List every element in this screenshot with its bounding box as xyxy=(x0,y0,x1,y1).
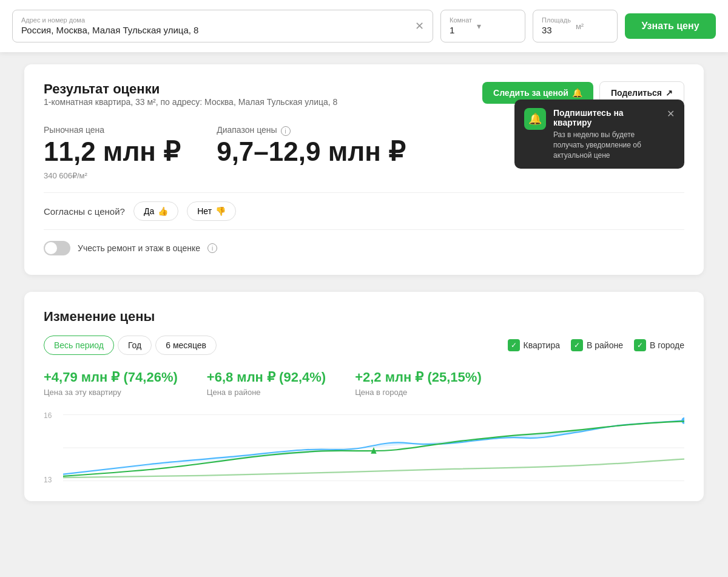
market-price-block: Рыночная цена 11,2 млн ₽ xyxy=(44,125,180,166)
disagree-label: Нет xyxy=(197,206,212,216)
search-bar: Адрес и номер дома Россия, Москва, Малая… xyxy=(0,0,728,52)
tooltip-close-icon[interactable]: ✕ xyxy=(667,108,675,120)
thumb-up-icon: 👍 xyxy=(158,206,168,216)
area-value: 33 xyxy=(542,25,552,35)
share-label: Поделиться xyxy=(611,88,662,98)
thumb-down-icon: 👎 xyxy=(215,206,226,216)
price-per-m2: 340 606₽/м² xyxy=(44,171,684,180)
area-label: Площадь xyxy=(542,16,571,24)
address-field[interactable]: Адрес и номер дома Россия, Москва, Малая… xyxy=(12,10,433,42)
disagree-button[interactable]: Нет 👎 xyxy=(187,201,236,221)
period-6months-button[interactable]: 6 месяцев xyxy=(155,336,217,355)
legend-district-label: В районе xyxy=(587,340,623,350)
period-all-label: Весь период xyxy=(54,340,104,350)
main-content: Результат оценки 1-комнатная квартира, 3… xyxy=(12,52,716,513)
price-range-value: 9,7–12,9 млн ₽ xyxy=(217,137,405,166)
bell-icon: 🔔 xyxy=(572,88,582,98)
follow-price-label: Следить за ценой xyxy=(493,88,568,98)
tooltip-bell-icon: 🔔 xyxy=(524,108,546,130)
legend-apartment: ✓ Квартира xyxy=(508,339,561,351)
clear-icon[interactable]: ✕ xyxy=(415,19,424,33)
area-suffix: м² xyxy=(576,22,584,31)
subscription-tooltip: 🔔 Подпишитесь на квартиру Раз в неделю в… xyxy=(514,100,684,169)
rooms-field[interactable]: Комнат 1 ▾ xyxy=(440,10,525,42)
tooltip-text: Подпишитесь на квартиру Раз в неделю вы … xyxy=(553,108,657,160)
result-card: Результат оценки 1-комнатная квартира, 3… xyxy=(24,64,704,275)
price-change-card: Изменение цены Весь период Год 6 месяцев… xyxy=(24,292,704,501)
renovation-toggle[interactable] xyxy=(44,241,70,255)
legend-city: ✓ В городе xyxy=(634,339,684,351)
period-year-button[interactable]: Год xyxy=(118,336,152,355)
chart-y-labels: 16 13 xyxy=(44,411,52,484)
legend-check-apartment[interactable]: ✓ xyxy=(508,339,520,351)
area-field[interactable]: Площадь 33 м² xyxy=(533,10,618,42)
agreement-label: Согласны с ценой? xyxy=(44,206,125,217)
price-chart: 16 13 xyxy=(44,411,684,484)
agree-label: Да xyxy=(144,206,154,216)
price-range-block: Диапазон цены i 9,7–12,9 млн ₽ xyxy=(217,125,405,166)
period-6months-label: 6 месяцев xyxy=(166,340,206,350)
result-title: Результат оценки xyxy=(44,81,337,97)
legend-city-label: В городе xyxy=(650,340,684,350)
stat-apartment-label: Цена за эту квартиру xyxy=(44,388,178,397)
market-price-value: 11,2 млн ₽ xyxy=(44,137,180,166)
stat-district-label: Цена в районе xyxy=(207,388,326,397)
stat-district-value: +6,8 млн ₽ (92,4%) xyxy=(207,369,326,385)
rooms-label: Комнат xyxy=(450,16,472,24)
legend-check-district[interactable]: ✓ xyxy=(571,339,583,351)
period-year-label: Год xyxy=(128,340,141,350)
agreement-row: Согласны с ценой? Да 👍 Нет 👎 xyxy=(44,192,684,229)
stat-city: +2,2 млн ₽ (25,15%) Цена в городе xyxy=(355,369,482,397)
stat-city-label: Цена в городе xyxy=(355,388,482,397)
share-icon: ↗ xyxy=(666,88,673,98)
result-subtitle: 1-комнатная квартира, 33 м², по адресу: … xyxy=(44,97,337,107)
toggle-label: Учесть ремонт и этаж в оценке xyxy=(78,243,200,253)
chart-y-label-top: 16 xyxy=(44,411,52,420)
stat-apartment-value: +4,79 млн ₽ (74,26%) xyxy=(44,369,178,385)
address-label: Адрес и номер дома xyxy=(21,16,198,24)
tooltip-desc: Раз в неделю вы будете получать уведомле… xyxy=(553,130,657,160)
tooltip-title: Подпишитесь на квартиру xyxy=(553,108,657,127)
stat-city-value: +2,2 млн ₽ (25,15%) xyxy=(355,369,482,385)
chart-svg-container xyxy=(63,411,684,484)
market-price-label: Рыночная цена xyxy=(44,125,180,135)
agree-button[interactable]: Да 👍 xyxy=(133,201,178,221)
chart-dot-apartment xyxy=(681,417,684,424)
price-range-label: Диапазон цены xyxy=(217,125,277,135)
period-all-button[interactable]: Весь период xyxy=(44,336,114,355)
chart-y-label-bottom: 13 xyxy=(44,476,52,484)
period-row: Весь период Год 6 месяцев ✓ Квартира ✓ В… xyxy=(44,336,684,355)
get-price-button[interactable]: Узнать цену xyxy=(625,13,716,39)
legend-district: ✓ В районе xyxy=(571,339,623,351)
renovation-toggle-row: Учесть ремонт и этаж в оценке i xyxy=(44,229,684,258)
address-value: Россия, Москва, Малая Тульская улица, 8 xyxy=(21,25,198,35)
legend-apartment-label: Квартира xyxy=(524,340,561,350)
toggle-info-icon[interactable]: i xyxy=(207,243,217,253)
chevron-down-icon: ▾ xyxy=(477,21,481,31)
price-range-info-icon[interactable]: i xyxy=(281,126,291,136)
rooms-value: 1 xyxy=(450,25,454,35)
stat-district: +6,8 млн ₽ (92,4%) Цена в районе xyxy=(207,369,326,397)
chart-svg xyxy=(63,411,684,484)
period-buttons: Весь период Год 6 месяцев xyxy=(44,336,217,355)
stat-apartment: +4,79 млн ₽ (74,26%) Цена за эту квартир… xyxy=(44,369,178,397)
price-change-title: Изменение цены xyxy=(44,309,684,325)
legend-row: ✓ Квартира ✓ В районе ✓ В городе xyxy=(508,339,685,351)
legend-check-city[interactable]: ✓ xyxy=(634,339,646,351)
stats-row: +4,79 млн ₽ (74,26%) Цена за эту квартир… xyxy=(44,369,684,397)
